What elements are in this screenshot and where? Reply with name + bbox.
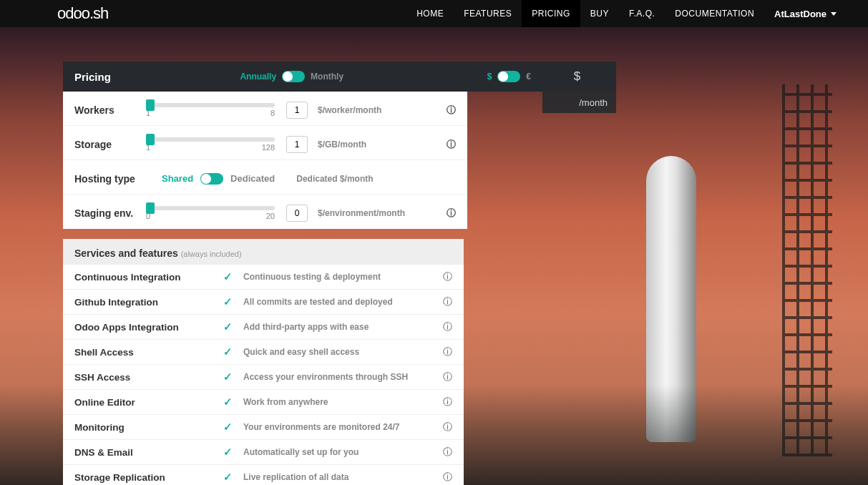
features-panel: Services and features (always included) … xyxy=(63,239,464,485)
feature-row: Monitoring✓Your environments are monitor… xyxy=(63,415,464,440)
feature-row: Online Editor✓Work from anywhereⓘ xyxy=(63,390,464,415)
user-name: AtLastDone xyxy=(774,9,826,19)
info-icon[interactable]: ⓘ xyxy=(443,270,452,283)
chevron-down-icon xyxy=(831,12,837,16)
user-menu[interactable]: AtLastDone xyxy=(764,0,847,27)
check-icon: ✓ xyxy=(223,270,243,283)
check-icon: ✓ xyxy=(223,295,243,308)
info-icon[interactable]: ⓘ xyxy=(443,471,452,484)
check-icon: ✓ xyxy=(223,346,243,358)
feature-name: Github Integration xyxy=(74,297,223,308)
pricing-title: Pricing xyxy=(74,71,111,83)
top-nav: odoo.sh HOME FEATURES PRICING BUY F.A.Q.… xyxy=(0,0,868,27)
period-monthly-label: Monthly xyxy=(311,72,343,82)
period-toggle[interactable] xyxy=(282,71,305,82)
feature-row: Shell Access✓Quick and easy shell access… xyxy=(63,340,464,365)
row-staging: Staging env. 020 $/environment/month ⓘ xyxy=(63,195,467,229)
nav-pricing[interactable]: PRICING xyxy=(522,0,580,27)
feature-name: Storage Replication xyxy=(74,472,223,483)
check-icon: ✓ xyxy=(223,320,243,333)
pricing-panel: Pricing Annually Monthly $ € $ /month Wo… xyxy=(63,62,542,485)
info-icon[interactable]: ⓘ xyxy=(447,207,456,220)
staging-label: Staging env. xyxy=(74,207,146,219)
info-icon[interactable]: ⓘ xyxy=(443,346,452,358)
staging-input[interactable] xyxy=(286,205,308,222)
staging-slider[interactable] xyxy=(146,206,275,210)
workers-label: Workers xyxy=(74,104,146,116)
check-icon: ✓ xyxy=(223,446,243,459)
info-icon[interactable]: ⓘ xyxy=(447,104,456,117)
feature-desc: Work from anywhere xyxy=(243,397,443,407)
nav-buy[interactable]: BUY xyxy=(580,0,619,27)
feature-name: Continuous Integration xyxy=(74,272,223,283)
pricing-header: Pricing Annually Monthly $ € xyxy=(63,62,542,92)
info-icon[interactable]: ⓘ xyxy=(443,371,452,383)
storage-unit: $/GB/month xyxy=(318,139,366,150)
nav-documentation[interactable]: DOCUMENTATION xyxy=(665,0,764,27)
feature-desc: Live replication of all data xyxy=(243,472,443,482)
total-suffix: /month xyxy=(542,92,616,113)
info-icon[interactable]: ⓘ xyxy=(443,396,452,408)
nav-home[interactable]: HOME xyxy=(406,0,454,27)
hosting-label: Hosting type xyxy=(74,173,146,185)
info-icon[interactable]: ⓘ xyxy=(443,421,452,433)
feature-desc: Automatically set up for you xyxy=(243,447,443,457)
feature-row: Github Integration✓All commits are teste… xyxy=(63,290,464,315)
feature-name: Monitoring xyxy=(74,422,223,433)
total-currency: $ xyxy=(574,69,580,84)
hosting-toggle[interactable] xyxy=(200,173,223,185)
row-workers: Workers 18 $/worker/month ⓘ xyxy=(63,92,467,126)
feature-name: Online Editor xyxy=(74,397,223,408)
check-icon: ✓ xyxy=(223,421,243,433)
feature-desc: Your environments are monitored 24/7 xyxy=(243,422,443,432)
storage-slider[interactable] xyxy=(146,137,275,142)
info-icon[interactable]: ⓘ xyxy=(443,446,452,459)
row-hosting: Hosting type Shared Dedicated Dedicated … xyxy=(63,160,467,195)
storage-input[interactable] xyxy=(286,136,308,153)
workers-slider[interactable] xyxy=(146,103,275,107)
staging-unit: $/environment/month xyxy=(318,208,405,218)
feature-desc: All commits are tested and deployed xyxy=(243,297,443,307)
check-icon: ✓ xyxy=(223,371,243,383)
currency-usd-label: $ xyxy=(487,72,492,82)
feature-row: SSH Access✓Access your environments thro… xyxy=(63,365,464,390)
feature-row: Odoo Apps Integration✓Add third-party ap… xyxy=(63,315,464,340)
info-icon[interactable]: ⓘ xyxy=(443,320,452,333)
period-annually-label: Annually xyxy=(240,72,276,82)
hosting-dedicated-label: Dedicated xyxy=(230,173,275,184)
nav-features[interactable]: FEATURES xyxy=(454,0,522,27)
storage-label: Storage xyxy=(74,139,146,150)
feature-row: Storage Replication✓Live replication of … xyxy=(63,465,464,485)
feature-name: Shell Access xyxy=(74,347,223,358)
feature-row: Continuous Integration✓Continuous testin… xyxy=(63,265,464,290)
features-header: Services and features (always included) xyxy=(63,239,464,265)
nav-faq[interactable]: F.A.Q. xyxy=(619,0,665,27)
feature-name: Odoo Apps Integration xyxy=(74,322,223,333)
workers-input[interactable] xyxy=(286,102,308,119)
check-icon: ✓ xyxy=(223,471,243,484)
row-storage: Storage 1128 $/GB/month ⓘ xyxy=(63,126,467,160)
hosting-shared-label: Shared xyxy=(162,173,193,184)
feature-row: DNS & Email✓Automatically set up for you… xyxy=(63,440,464,465)
check-icon: ✓ xyxy=(223,396,243,408)
total-price: $ xyxy=(542,62,616,92)
feature-desc: Access your environments through SSH xyxy=(243,372,443,382)
workers-unit: $/worker/month xyxy=(318,105,381,115)
info-icon[interactable]: ⓘ xyxy=(443,295,452,308)
feature-desc: Add third-party apps with ease xyxy=(243,322,443,332)
currency-toggle[interactable] xyxy=(497,71,520,82)
logo[interactable]: odoo.sh xyxy=(57,4,108,23)
feature-name: DNS & Email xyxy=(74,447,223,458)
hosting-unit: Dedicated $/month xyxy=(296,174,373,184)
feature-name: SSH Access xyxy=(74,372,223,383)
info-icon[interactable]: ⓘ xyxy=(447,138,456,151)
feature-desc: Quick and easy shell access xyxy=(243,347,443,357)
feature-desc: Continuous testing & deployment xyxy=(243,272,443,282)
currency-eur-label: € xyxy=(526,72,531,82)
